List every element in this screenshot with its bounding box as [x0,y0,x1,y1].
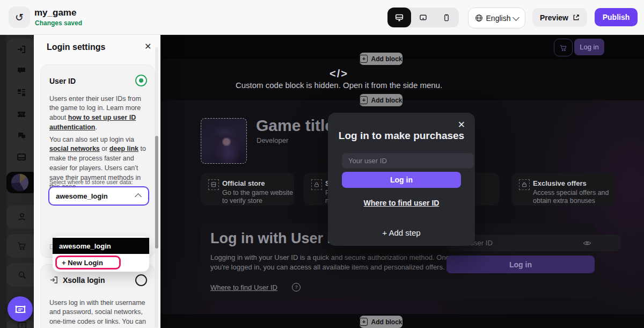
svg-text:%: % [20,112,23,116]
select-value: awesome_login [56,192,108,200]
close-icon[interactable]: ✕ [144,41,151,52]
cart-icon [559,43,568,52]
mobile-view-button[interactable] [435,8,458,27]
monitor-icon [394,13,404,23]
blocks-widget-icon[interactable] [15,64,28,77]
preview-label: Preview [540,13,568,22]
desktop-view-button[interactable] [387,8,411,27]
undo-icon: ↺ [15,11,24,24]
phone-icon [442,13,451,22]
login-project-dropdown: awesome_login + New Login [53,236,149,272]
storefront-icon [208,179,219,190]
panel-title: Login settings [47,42,105,52]
section-title: Log in with User ID [210,230,342,247]
add-step-button[interactable]: + Add step [328,228,475,237]
add-block-label: Add block [371,55,402,63]
close-icon[interactable]: ✕ [458,119,465,130]
dropdown-option-awesome-login[interactable]: awesome_login [53,238,149,254]
game-title: Game title [256,116,334,135]
modal-where-to-find-link[interactable]: Where to find user ID [328,199,475,207]
game-logo-image[interactable] [201,118,247,164]
undo-button[interactable]: ↺ [9,6,30,28]
tablet-view-button[interactable] [411,8,435,27]
user-id-option-card: User ID Users enter their user IDs from … [40,64,155,258]
login-door-icon [49,275,58,285]
card-title: Official store [222,179,265,187]
language-selector[interactable]: English [468,8,525,28]
user-id-description-1: Users enter their user IDs from the game… [49,94,147,133]
game-avatar [11,173,29,192]
plus-square-icon: + [360,96,368,104]
language-label: English [486,14,511,23]
publish-button[interactable]: Publish [595,8,638,26]
option-title: User ID [49,77,76,85]
modal-title: Log in to make purchases [328,130,475,142]
deep-link-link[interactable]: deep link [109,145,138,152]
xsolla-login-option-card: Xsolla login Users log in with their use… [40,264,155,328]
reviews-widget-icon[interactable] [15,129,28,142]
login-project-select[interactable]: awesome_login [48,186,149,206]
sidebar-item-search[interactable] [6,263,34,287]
add-block-label: Add block [371,97,402,104]
preview-login-button[interactable]: Log in [574,39,604,55]
login-modal: ✕ Log in to make purchases Log in Where … [328,113,475,246]
gift-icon [519,179,530,190]
option-title: Xsolla login [63,276,105,285]
tablet-icon [419,13,428,22]
add-block-button-top[interactable]: + Add block [360,53,402,65]
lock-icon [311,179,322,190]
preview-button[interactable]: Preview [532,8,587,27]
device-preview-toggle [387,8,459,27]
social-networks-link[interactable]: social networks [49,145,100,152]
promo-ticket-icon[interactable]: % [15,107,28,120]
section-description: Logging in with your User ID is a quick … [210,253,463,272]
chevron-down-icon [513,14,520,21]
sidebar-item-cart[interactable] [6,234,34,258]
add-block-button-middle[interactable]: + Add block [360,94,402,106]
user-id-radio-selected[interactable] [135,75,147,86]
xsolla-login-radio-unselected[interactable] [135,274,147,286]
panel-scrollbar-thumb[interactable] [155,136,158,249]
plus-square-icon: + [360,318,368,326]
feature-card-exclusive-offers: Exclusive offers Access special offers a… [511,173,615,206]
section-login-button[interactable]: Log in [447,256,595,273]
footer-widget-icon[interactable] [15,150,28,163]
chevron-up-icon [135,193,142,200]
feature-card-official-store: Official store Go to the game websiteto … [201,173,294,206]
project-title: my_game [34,8,76,18]
login-widget-icon[interactable] [15,43,28,56]
save-status: Changes saved [35,19,82,27]
add-block-label: Add block [371,318,402,326]
external-link-icon [573,14,580,21]
preview-cart-button[interactable] [554,39,573,56]
sidebar-edge [0,34,6,328]
eye-icon[interactable] [583,239,591,247]
add-block-button-bottom[interactable]: + Add block [360,316,402,328]
store-data-label: Select where to store user data: [49,179,133,185]
where-to-find-userid-link[interactable]: Where to find User ID [210,283,277,291]
dropdown-option-new-login[interactable]: + New Login [55,256,121,269]
card-desc: Access special offers andobtain extra bo… [533,189,609,206]
app-window: Log in + Add block </> Custom code block… [0,0,644,328]
card-desc: Go to the game websiteto verify store [222,189,293,206]
modal-userid-input[interactable] [342,153,474,169]
chat-bubble-icon [14,303,27,316]
catalog-widget-icon[interactable] [15,86,28,99]
card-title: Exclusive offers [533,179,587,187]
builder-sidebar: % [0,34,34,328]
xsolla-login-description: Users log in with their username and pas… [49,298,147,328]
modal-login-button[interactable]: Log in [342,172,461,188]
support-chat-fab[interactable] [8,296,33,322]
sidebar-item-game-selected[interactable] [6,172,34,193]
game-developer: Developer [257,136,288,144]
xsolla-login-header: Xsolla login [49,275,105,285]
sidebar-item-account[interactable] [6,205,34,229]
login-settings-panel: Login settings ✕ User ID Users enter the… [34,34,160,328]
globe-icon [475,14,483,22]
question-circle-icon: ? [292,283,301,291]
plus-square-icon: + [360,55,368,63]
